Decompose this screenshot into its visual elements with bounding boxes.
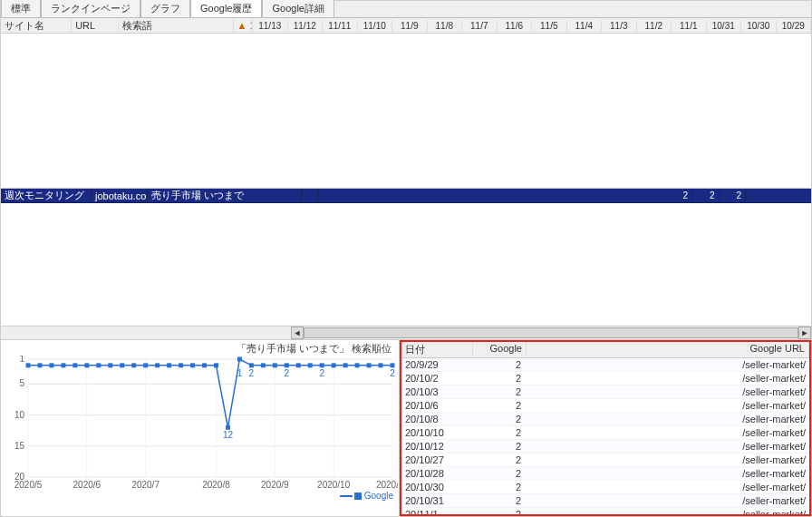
col-url[interactable]: URL bbox=[72, 19, 119, 32]
history-row[interactable]: 20/10/102/seller-market/ bbox=[401, 426, 809, 440]
tab-0[interactable]: 標準 bbox=[1, 0, 41, 17]
bottom-panels: 「売り手市場 いつまで」 検索順位 151015202020/52020/620… bbox=[1, 340, 811, 516]
history-row[interactable]: 20/10/282/seller-market/ bbox=[401, 467, 809, 481]
svg-rect-24 bbox=[26, 363, 31, 367]
svg-rect-45 bbox=[273, 363, 277, 367]
col-date-10/29[interactable]: 10/29 bbox=[777, 20, 812, 32]
col-date-11/9[interactable]: 11/9 bbox=[392, 20, 428, 32]
col-date-11/11[interactable]: 11/11 bbox=[323, 20, 358, 32]
cell-value-6 bbox=[478, 190, 506, 191]
history-row[interactable]: 20/10/122/seller-market/ bbox=[401, 440, 809, 454]
chart-title: 「売り手市場 いつまで」 検索順位 bbox=[3, 342, 397, 356]
data-row[interactable]: 週次モニタリング jobotaku.com 売り手市場 いつまで 222 bbox=[1, 189, 811, 203]
cell-google-url: /seller-market/ bbox=[525, 373, 809, 384]
history-row[interactable]: 20/10/302/seller-market/ bbox=[401, 481, 809, 494]
svg-text:1: 1 bbox=[19, 356, 24, 364]
cell-value-1 bbox=[345, 190, 372, 191]
col-date-11/4[interactable]: 11/4 bbox=[567, 20, 603, 32]
history-row[interactable]: 20/10/312/seller-market/ bbox=[401, 494, 809, 508]
cell-google-rank: 2 bbox=[472, 359, 525, 370]
col-date-11/6[interactable]: 11/6 bbox=[498, 20, 533, 32]
cell-value-7 bbox=[506, 190, 533, 191]
cell-date: 20/10/6 bbox=[401, 400, 472, 411]
svg-rect-46 bbox=[285, 363, 289, 367]
cell-site: 週次モニタリング bbox=[1, 189, 92, 202]
col-date-11/7[interactable]: 11/7 bbox=[462, 20, 498, 32]
cell-google-rank: 2 bbox=[472, 427, 525, 438]
svg-rect-33 bbox=[131, 363, 136, 367]
scroll-left-icon[interactable]: ◄ bbox=[291, 327, 304, 339]
col-date-11/13[interactable]: 11/13 bbox=[253, 20, 288, 32]
cell-google-rank: 2 bbox=[472, 495, 525, 506]
col-date-11/2[interactable]: 11/2 bbox=[637, 20, 672, 32]
grid-header: サイト名 URL 検索語 ▲ 11.. 11/1311/1211/1111/10… bbox=[1, 18, 811, 34]
col-date-11/3[interactable]: 11/3 bbox=[602, 20, 637, 32]
cell-google-url: /seller-market/ bbox=[525, 509, 809, 514]
cell-value-0 bbox=[318, 190, 345, 191]
svg-rect-49 bbox=[320, 363, 324, 367]
cell-value-9 bbox=[559, 190, 586, 191]
tab-4[interactable]: Google詳細 bbox=[262, 0, 334, 17]
history-row[interactable]: 20/10/32/seller-market/ bbox=[401, 385, 809, 399]
svg-rect-27 bbox=[61, 363, 65, 367]
svg-text:2: 2 bbox=[390, 368, 395, 378]
scroll-right-icon[interactable]: ► bbox=[798, 327, 811, 339]
svg-text:10: 10 bbox=[14, 410, 25, 420]
svg-rect-53 bbox=[367, 363, 372, 367]
cell-value-10 bbox=[585, 190, 613, 191]
history-table-header: 日付 Google Google URL bbox=[401, 342, 809, 358]
svg-rect-39 bbox=[202, 363, 207, 367]
col-site[interactable]: サイト名 bbox=[1, 18, 72, 34]
cell-google-rank: 2 bbox=[472, 454, 525, 465]
svg-text:15: 15 bbox=[14, 441, 25, 451]
cell-date: 20/10/31 bbox=[401, 495, 472, 506]
history-row[interactable]: 20/11/12/seller-market/ bbox=[401, 508, 809, 514]
legend-label: Google bbox=[364, 491, 393, 501]
svg-rect-44 bbox=[261, 363, 266, 367]
col-google-url[interactable]: Google URL bbox=[527, 342, 809, 357]
svg-text:2020/9: 2020/9 bbox=[261, 480, 289, 490]
tab-1[interactable]: ランクインページ bbox=[41, 0, 140, 17]
history-row[interactable]: 20/10/62/seller-market/ bbox=[401, 399, 809, 413]
chart-area: 151015202020/52020/62020/72020/82020/920… bbox=[3, 356, 397, 501]
cell-google-rank: 2 bbox=[472, 373, 525, 384]
history-row[interactable]: 20/10/82/seller-market/ bbox=[401, 413, 809, 426]
col-sort[interactable]: ▲ 11.. bbox=[234, 19, 253, 32]
col-date-10/30[interactable]: 10/30 bbox=[741, 20, 777, 32]
tab-3[interactable]: Google履歴 bbox=[190, 0, 262, 17]
svg-rect-48 bbox=[308, 363, 313, 367]
col-date-11/12[interactable]: 11/12 bbox=[288, 20, 324, 32]
col-keyword[interactable]: 検索語 bbox=[119, 18, 234, 34]
history-row[interactable]: 20/10/272/seller-market/ bbox=[401, 454, 809, 467]
cell-date: 20/10/12 bbox=[401, 441, 472, 452]
svg-rect-31 bbox=[108, 363, 112, 367]
col-date-11/8[interactable]: 11/8 bbox=[428, 20, 463, 32]
history-row[interactable]: 20/9/292/seller-market/ bbox=[401, 358, 809, 372]
svg-rect-43 bbox=[249, 363, 254, 367]
history-row[interactable]: 20/10/22/seller-market/ bbox=[401, 372, 809, 385]
scroll-track[interactable] bbox=[304, 327, 798, 338]
cell-google-url: /seller-market/ bbox=[525, 359, 809, 370]
cell-google-rank: 2 bbox=[472, 400, 525, 411]
svg-text:2020/8: 2020/8 bbox=[202, 480, 230, 490]
cell-google-url: /seller-market/ bbox=[525, 468, 809, 479]
horizontal-scrollbar[interactable]: ◄ ► bbox=[1, 327, 811, 340]
data-values: 222 bbox=[318, 190, 746, 201]
col-date-11/10[interactable]: 11/10 bbox=[358, 20, 393, 32]
cell-value-13: 2 bbox=[666, 190, 693, 201]
tab-2[interactable]: グラフ bbox=[140, 0, 190, 17]
scroll-thumb[interactable] bbox=[304, 327, 798, 338]
cell-google-url: /seller-market/ bbox=[525, 482, 809, 493]
cell-date: 20/10/3 bbox=[401, 386, 472, 397]
col-date[interactable]: 日付 bbox=[401, 342, 473, 357]
cell-date: 20/9/29 bbox=[401, 359, 472, 370]
col-date-10/31[interactable]: 10/31 bbox=[707, 20, 742, 32]
col-date-11/5[interactable]: 11/5 bbox=[532, 20, 567, 32]
tab-bar: 標準ランクインページグラフGoogle履歴Google詳細 bbox=[1, 1, 811, 18]
svg-rect-47 bbox=[296, 363, 301, 367]
col-google[interactable]: Google bbox=[473, 342, 527, 357]
svg-rect-54 bbox=[379, 363, 383, 367]
col-date-11/1[interactable]: 11/1 bbox=[672, 20, 707, 32]
cell-value-11 bbox=[613, 190, 640, 191]
svg-rect-42 bbox=[237, 357, 242, 362]
